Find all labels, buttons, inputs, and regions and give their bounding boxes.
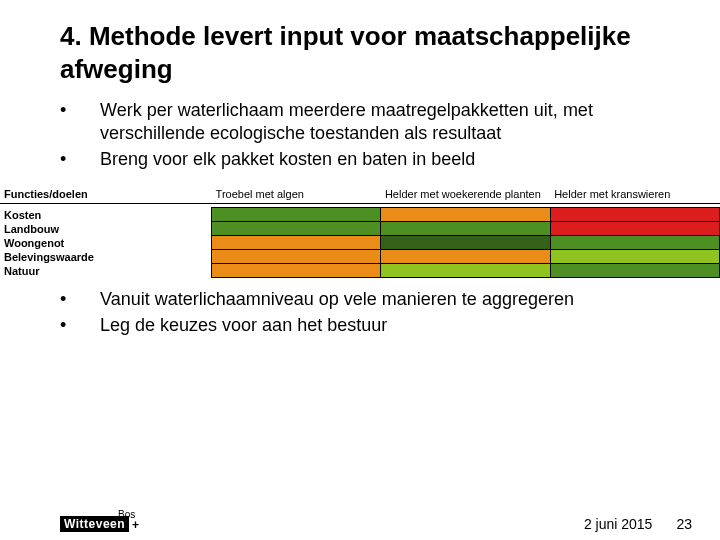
bullet-item: • Werk per waterlichaam meerdere maatreg… [60,99,660,146]
bullet-dot: • [60,148,100,171]
matrix-row: Landbouw [0,222,720,236]
matrix-head-label: Functies/doelen [0,187,212,204]
matrix-cell [550,264,719,278]
bullet-text: Vanuit waterlichaamniveau op vele manier… [100,288,660,311]
matrix-cell [212,236,381,250]
matrix-row-label: Woongenot [0,236,212,250]
matrix-cell [381,208,550,222]
slide-title: 4. Methode levert input voor maatschappe… [0,20,720,99]
matrix-cell [550,222,719,236]
footer-date: 2 juni 2015 [584,516,653,532]
bullet-item: • Vanuit waterlichaamniveau op vele mani… [60,288,660,311]
footer-page-number: 23 [676,516,692,532]
matrix-cell [550,208,719,222]
matrix-cell [381,222,550,236]
matrix-cell [381,250,550,264]
matrix-row: Natuur [0,264,720,278]
matrix-col-header: Helder met woekerende planten [381,187,550,204]
logo-plus: + [132,518,139,532]
matrix-col-header: Troebel met algen [212,187,381,204]
bullet-text: Leg de keuzes voor aan het bestuur [100,314,660,337]
logo-bottom-text: Witteveen [60,516,129,532]
bullets-bottom: • Vanuit waterlichaamniveau op vele mani… [0,288,720,349]
matrix-col-header: Helder met kranswieren [550,187,719,204]
assessment-matrix: Functies/doelen Troebel met algen Helder… [0,187,720,278]
bullet-dot: • [60,314,100,337]
bullets-top: • Werk per waterlichaam meerdere maatreg… [0,99,720,183]
matrix-cell [212,250,381,264]
matrix-cell [212,208,381,222]
matrix-cell [381,236,550,250]
matrix-row: Kosten [0,208,720,222]
slide-footer: Bos Witteveen + 2 juni 2015 23 [0,509,720,532]
matrix-cell [550,250,719,264]
matrix-row-label: Landbouw [0,222,212,236]
matrix-row-label: Belevingswaarde [0,250,212,264]
matrix-row-label: Kosten [0,208,212,222]
bullet-text: Werk per waterlichaam meerdere maatregel… [100,99,660,146]
matrix-row: Woongenot [0,236,720,250]
bullet-item: • Breng voor elk pakket kosten en baten … [60,148,660,171]
matrix-row: Belevingswaarde [0,250,720,264]
matrix-row-label: Natuur [0,264,212,278]
matrix-cell [212,222,381,236]
logo: Bos Witteveen + [60,509,139,532]
bullet-dot: • [60,288,100,311]
matrix-cell [212,264,381,278]
bullet-item: • Leg de keuzes voor aan het bestuur [60,314,660,337]
bullet-dot: • [60,99,100,146]
matrix-cell [550,236,719,250]
matrix-cell [381,264,550,278]
bullet-text: Breng voor elk pakket kosten en baten in… [100,148,660,171]
